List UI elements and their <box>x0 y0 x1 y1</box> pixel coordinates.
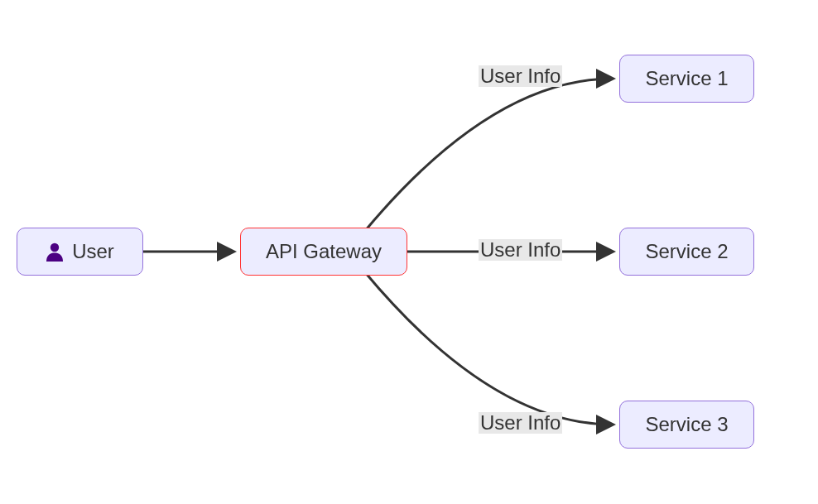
node-api-gateway-label: API Gateway <box>266 240 382 263</box>
node-service-1: Service 1 <box>619 55 754 103</box>
node-user-label: User <box>72 240 114 263</box>
node-api-gateway: API Gateway <box>240 228 407 276</box>
edge-label-gateway-to-service2: User Info <box>479 239 562 261</box>
node-service-3: Service 3 <box>619 401 754 449</box>
node-service-1-label: Service 1 <box>645 67 728 90</box>
edge-label-gateway-to-service3: User Info <box>479 412 562 434</box>
node-user: User <box>17 228 143 276</box>
svg-point-0 <box>51 243 59 252</box>
edge-gateway-to-service3 <box>364 271 613 425</box>
node-service-2: Service 2 <box>619 228 754 276</box>
edge-gateway-to-service1 <box>364 79 613 232</box>
node-service-3-label: Service 3 <box>645 413 728 436</box>
diagram-canvas: User Info User Info User Info User API G… <box>0 0 818 504</box>
edge-label-gateway-to-service1: User Info <box>479 65 562 87</box>
node-service-2-label: Service 2 <box>645 240 728 263</box>
user-icon <box>46 242 64 262</box>
